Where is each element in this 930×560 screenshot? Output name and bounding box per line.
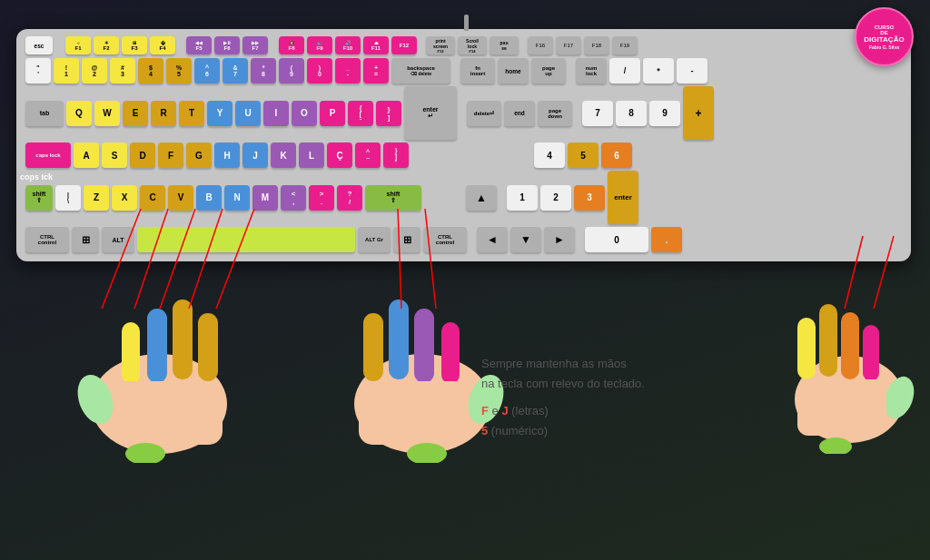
key-u[interactable]: U: [235, 101, 261, 126]
key-9[interactable]: (9: [279, 58, 304, 84]
key-alt-gr[interactable]: ALT Gr: [358, 227, 391, 252]
key-num5[interactable]: 5: [568, 142, 599, 168]
key-shift-left[interactable]: shift⇧: [25, 185, 53, 211]
key-f1[interactable]: ☼F1: [65, 36, 91, 54]
key-cedilla[interactable]: Ç: [327, 142, 352, 168]
key-l[interactable]: L: [299, 142, 324, 168]
key-f7[interactable]: ▶▶F7: [242, 36, 268, 54]
key-num4[interactable]: 4: [534, 142, 565, 168]
key-tilde-key[interactable]: ^~: [355, 142, 381, 168]
key-f6[interactable]: ▶⏸F6: [214, 36, 240, 54]
key-f4[interactable]: ⏻F4: [150, 36, 175, 54]
key-num1[interactable]: 1: [507, 185, 538, 211]
key-tab[interactable]: tab: [25, 101, 64, 126]
key-num9[interactable]: 9: [649, 101, 680, 126]
key-backslash[interactable]: |\: [55, 185, 81, 211]
key-t[interactable]: T: [179, 101, 204, 126]
key-numenter[interactable]: enter: [608, 171, 638, 224]
key-curly-brace[interactable]: }]*: [383, 142, 409, 168]
key-f11[interactable]: ⏏F11: [363, 36, 389, 54]
key-f3[interactable]: ⊞F3: [122, 36, 147, 54]
key-pagedown[interactable]: pagedown: [538, 101, 572, 126]
key-f19[interactable]: F19: [612, 36, 638, 54]
key-print-screen[interactable]: printscreenF13: [426, 36, 455, 54]
key-a[interactable]: A: [74, 142, 99, 168]
key-8[interactable]: *8: [251, 58, 276, 84]
key-p[interactable]: P: [320, 101, 345, 126]
key-f5[interactable]: ◀◀F5: [186, 36, 212, 54]
key-num7[interactable]: 7: [582, 101, 613, 126]
key-b[interactable]: B: [196, 185, 222, 211]
key-3[interactable]: #3: [110, 58, 135, 84]
key-j[interactable]: J: [242, 142, 268, 168]
key-scroll-lock[interactable]: ScrolllockF14: [458, 36, 487, 54]
key-delete[interactable]: delete⏎: [467, 101, 501, 126]
key-m[interactable]: M: [252, 185, 278, 211]
key-i[interactable]: I: [263, 101, 289, 126]
key-slash[interactable]: ?/: [337, 185, 362, 211]
key-enter[interactable]: enter↵: [404, 86, 457, 140]
key-backspace[interactable]: backspace⌫ delete: [391, 58, 450, 84]
key-num2[interactable]: 2: [540, 185, 571, 211]
key-w[interactable]: W: [94, 101, 120, 126]
key-numlock[interactable]: numlock: [576, 58, 607, 84]
key-y[interactable]: Y: [207, 101, 232, 126]
key-esc[interactable]: esc: [25, 36, 53, 54]
key-6[interactable]: ^6: [194, 58, 220, 84]
key-pause[interactable]: pause: [490, 36, 519, 54]
key-win-right[interactable]: ⊞: [393, 227, 420, 252]
key-bracket-open[interactable]: {[ª: [348, 101, 373, 126]
key-end[interactable]: end: [504, 101, 535, 126]
key-c[interactable]: C: [140, 185, 165, 211]
key-ctrl-right[interactable]: CTRLcontrol: [423, 227, 467, 252]
key-n[interactable]: N: [224, 185, 250, 211]
key-f16[interactable]: F16: [528, 36, 553, 54]
key-bracket-close[interactable]: }]: [376, 101, 401, 126]
key-x[interactable]: X: [112, 185, 137, 211]
key-home[interactable]: home: [498, 58, 529, 84]
key-f2[interactable]: ☀F2: [94, 36, 119, 54]
key-space[interactable]: [137, 227, 355, 252]
key-arrow-down[interactable]: ▼: [510, 227, 541, 252]
key-win-left[interactable]: ⊞: [72, 227, 99, 252]
key-comma[interactable]: <,: [281, 185, 306, 211]
key-equals[interactable]: +=: [363, 58, 389, 84]
key-0[interactable]: )0: [307, 58, 332, 84]
key-f18[interactable]: F18: [584, 36, 609, 54]
key-num3[interactable]: 3: [574, 185, 605, 211]
key-pageup[interactable]: pageup: [531, 58, 566, 84]
key-f12[interactable]: F12: [391, 36, 417, 54]
key-g[interactable]: G: [186, 142, 212, 168]
key-r[interactable]: R: [151, 101, 176, 126]
key-2[interactable]: @2: [82, 58, 107, 84]
key-fn[interactable]: fninsert: [460, 58, 495, 84]
key-numplus[interactable]: +: [683, 86, 714, 140]
key-arrow-left[interactable]: ◄: [477, 227, 508, 252]
key-z[interactable]: Z: [84, 185, 109, 211]
key-num8[interactable]: 8: [616, 101, 647, 126]
key-num-backspace[interactable]: -: [677, 58, 707, 84]
key-arrow-right[interactable]: ►: [544, 227, 575, 252]
key-7[interactable]: &7: [223, 58, 248, 84]
key-o[interactable]: O: [292, 101, 317, 126]
key-numperiod[interactable]: .: [651, 227, 682, 252]
key-alt-left[interactable]: ALT: [102, 227, 134, 252]
key-f10[interactable]: 🔊F10: [335, 36, 361, 54]
key-f[interactable]: F: [158, 142, 183, 168]
key-period[interactable]: >.: [309, 185, 334, 211]
key-f8[interactable]: 🔇F8: [279, 36, 304, 54]
key-ctrl-left[interactable]: CTRLcontrol: [25, 227, 69, 252]
key-5[interactable]: %5: [166, 58, 192, 84]
key-minus[interactable]: _-: [335, 58, 361, 84]
key-num-asterisk[interactable]: *: [643, 58, 674, 84]
key-shift-right[interactable]: shift⇧: [365, 185, 421, 211]
key-d[interactable]: D: [130, 142, 155, 168]
key-arrow-up[interactable]: ▲: [466, 185, 497, 211]
key-k[interactable]: K: [271, 142, 296, 168]
key-f17[interactable]: F17: [556, 36, 581, 54]
key-e[interactable]: E: [123, 101, 148, 126]
key-num6[interactable]: 6: [601, 142, 632, 168]
key-s[interactable]: S: [102, 142, 127, 168]
key-num-slash[interactable]: /: [609, 58, 640, 84]
key-4[interactable]: $4: [138, 58, 163, 84]
